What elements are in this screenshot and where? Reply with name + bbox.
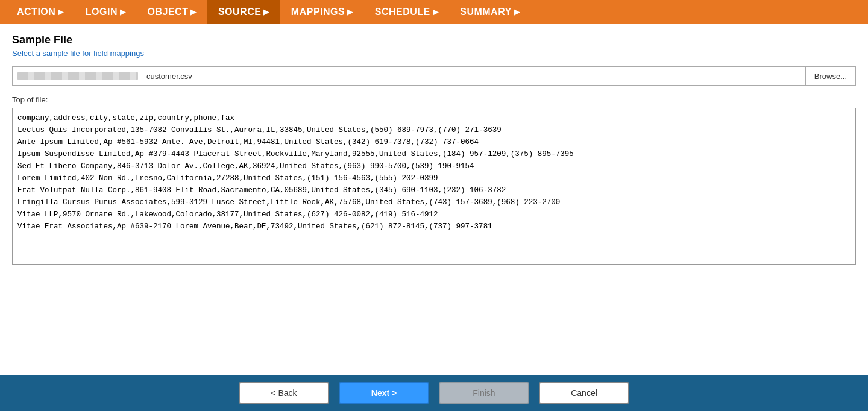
- nav-item-action[interactable]: ACTION ▶: [6, 0, 75, 24]
- nav-item-object[interactable]: OBJECT ▶: [137, 0, 207, 24]
- nav-item-source[interactable]: SOURCE ▶: [207, 0, 280, 24]
- file-path-placeholder: [17, 72, 138, 80]
- page-subtitle: Select a sample file for field mappings: [12, 49, 856, 58]
- nav-item-schedule[interactable]: SCHEDULE ▶: [364, 0, 450, 24]
- nav-item-login[interactable]: LOGIN ▶: [75, 0, 137, 24]
- file-input-row: customer.csv Browse...: [12, 66, 856, 86]
- finish-button[interactable]: Finish: [439, 382, 529, 404]
- page-title: Sample File: [12, 34, 856, 46]
- file-name: customer.csv: [146, 72, 192, 81]
- file-preview-content: company,address,city,state,zip,country,p…: [17, 112, 851, 233]
- nav-item-mappings[interactable]: MAPPINGS ▶: [280, 0, 364, 24]
- nav-bar: ACTION ▶LOGIN ▶OBJECT ▶SOURCE ▶MAPPINGS …: [0, 0, 868, 24]
- next-button[interactable]: Next >: [339, 382, 429, 404]
- browse-button[interactable]: Browse...: [805, 66, 856, 86]
- nav-item-summary[interactable]: SUMMARY ▶: [449, 0, 530, 24]
- bottom-bar: < Back Next > Finish Cancel: [0, 375, 868, 411]
- main-content: Sample File Select a sample file for fie…: [0, 24, 868, 375]
- cancel-button[interactable]: Cancel: [539, 382, 629, 404]
- back-button[interactable]: < Back: [239, 382, 329, 404]
- top-of-file-label: Top of file:: [12, 95, 856, 104]
- file-preview-box: company,address,city,state,zip,country,p…: [12, 108, 856, 265]
- file-input-field: customer.csv: [12, 66, 805, 86]
